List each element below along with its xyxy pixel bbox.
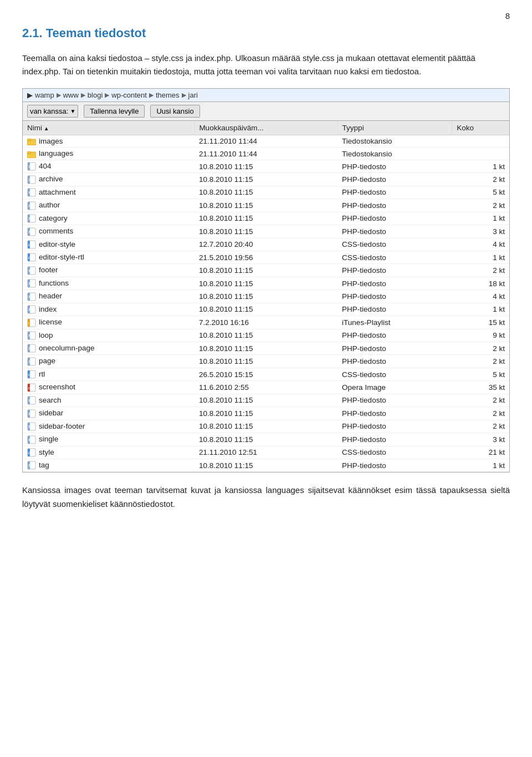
table-row[interactable]: C editor-style-rtl21.5.2010 19:56CSS-tie… (23, 251, 509, 263)
table-row[interactable]: images21.11.2010 11:44Tiedostokansio (23, 135, 509, 148)
file-date-cell: 10.8.2010 11:15 (195, 394, 337, 407)
file-type-cell: CSS-tiedosto (337, 368, 452, 380)
file-name-cell: C style (23, 446, 195, 459)
file-size-cell: 2 kt (452, 420, 509, 433)
new-folder-button[interactable]: Uusi kansio (150, 105, 200, 118)
table-row[interactable]: P index10.8.2010 11:15PHP-tiedosto1 kt (23, 303, 509, 316)
file-type-cell: PHP-tiedosto (337, 160, 452, 172)
file-date-cell: 21.11.2010 11:44 (195, 135, 337, 148)
file-name-cell: P index (23, 303, 195, 316)
file-name: license (39, 318, 62, 326)
file-date-cell: 10.8.2010 11:15 (195, 199, 337, 212)
file-size-cell: 2 kt (452, 394, 509, 407)
file-date-cell: 10.8.2010 11:15 (195, 433, 337, 446)
breadcrumb-item-wpcontent[interactable]: wp-content (111, 91, 147, 99)
file-name-cell: P functions (23, 277, 195, 289)
table-row[interactable]: C style21.11.2010 12:51CSS-tiedosto21 kt (23, 446, 509, 459)
svg-text:P: P (29, 438, 32, 442)
file-size-cell: 35 kt (452, 381, 509, 394)
table-header-row: Nimi Muokkauspäiväm... Tyyppi Koko (23, 121, 509, 135)
file-type-cell: CSS-tiedosto (337, 446, 452, 459)
table-row[interactable]: P sidebar10.8.2010 11:15PHP-tiedosto2 kt (23, 407, 509, 420)
table-row[interactable]: C editor-style12.7.2010 20:40CSS-tiedost… (23, 238, 509, 251)
file-name-cell: P single (23, 433, 195, 446)
sep1: ▶ (57, 92, 61, 99)
breadcrumb-item-themes[interactable]: themes (156, 91, 180, 99)
table-row[interactable]: P 40410.8.2010 11:15PHP-tiedosto1 kt (23, 160, 509, 172)
svg-text:P: P (29, 178, 32, 182)
svg-text:P: P (29, 217, 32, 221)
file-type-cell: PHP-tiedosto (337, 225, 452, 238)
svg-rect-2 (27, 139, 30, 140)
file-date-cell: 10.8.2010 11:15 (195, 420, 337, 433)
share-label: van kanssa: (30, 107, 68, 115)
svg-text:P: P (29, 347, 32, 350)
file-type-cell: PHP-tiedosto (337, 355, 452, 368)
table-row[interactable]: P footer10.8.2010 11:15PHP-tiedosto2 kt (23, 264, 509, 277)
table-row[interactable]: P header10.8.2010 11:15PHP-tiedosto4 kt (23, 290, 509, 303)
file-name: single (39, 435, 58, 443)
table-row[interactable]: O screenshot11.6.2010 2:55Opera Image35 … (23, 381, 509, 394)
footer-paragraph: Kansiossa images ovat teeman tarvitsemat… (22, 484, 510, 511)
breadcrumb-item-jari[interactable]: jari (188, 91, 198, 99)
table-row[interactable]: P author10.8.2010 11:15PHP-tiedosto2 kt (23, 199, 509, 212)
table-row[interactable]: P comments10.8.2010 11:15PHP-tiedosto3 k… (23, 225, 509, 238)
sep4: ▶ (149, 92, 154, 99)
table-row[interactable]: P search10.8.2010 11:15PHP-tiedosto2 kt (23, 394, 509, 407)
file-name: onecolumn-page (39, 344, 95, 352)
table-row[interactable]: P page10.8.2010 11:15PHP-tiedosto2 kt (23, 355, 509, 368)
file-name-cell: languages (23, 148, 195, 160)
file-explorer: ▶ wamp ▶ www ▶ blogi ▶ wp-content ▶ them… (22, 88, 510, 473)
table-row[interactable]: P single10.8.2010 11:15PHP-tiedosto3 kt (23, 433, 509, 446)
file-size-cell: 4 kt (452, 290, 509, 303)
file-size-cell: 5 kt (452, 368, 509, 380)
table-row[interactable]: P category10.8.2010 11:15PHP-tiedosto1 k… (23, 212, 509, 225)
save-button[interactable]: Tallenna levylle (84, 105, 145, 118)
file-size-cell (452, 148, 509, 160)
file-date-cell: 10.8.2010 11:15 (195, 264, 337, 277)
file-type-cell: PHP-tiedosto (337, 459, 452, 471)
svg-text:P: P (29, 425, 32, 429)
table-row[interactable]: P archive10.8.2010 11:15PHP-tiedosto2 kt (23, 173, 509, 186)
col-type[interactable]: Tyyppi (337, 121, 452, 135)
col-size[interactable]: Koko (452, 121, 509, 135)
breadcrumb-arrow: ▶ (27, 91, 33, 99)
svg-text:C: C (28, 373, 31, 377)
file-name-cell: P loop (23, 329, 195, 342)
sep5: ▶ (182, 92, 186, 99)
table-row[interactable]: P tag10.8.2010 11:15PHP-tiedosto1 kt (23, 459, 509, 471)
svg-text:P: P (29, 282, 32, 286)
file-size-cell: 1 kt (452, 160, 509, 172)
file-name: header (39, 292, 62, 300)
table-row[interactable]: P functions10.8.2010 11:15PHP-tiedosto18… (23, 277, 509, 289)
table-row[interactable]: C rtl26.5.2010 15:15CSS-tiedosto5 kt (23, 368, 509, 380)
breadcrumb-bar: ▶ wamp ▶ www ▶ blogi ▶ wp-content ▶ them… (23, 89, 509, 102)
share-button[interactable]: van kanssa: ▼ (27, 105, 78, 118)
svg-text:C: C (28, 256, 31, 260)
breadcrumb-item-www[interactable]: www (63, 91, 79, 99)
file-name: comments (39, 227, 73, 235)
file-name-cell: C rtl (23, 368, 195, 380)
breadcrumb-item-wamp[interactable]: wamp (35, 91, 54, 99)
file-size-cell: 2 kt (452, 264, 509, 277)
table-row[interactable]: P onecolumn-page10.8.2010 11:15PHP-tiedo… (23, 342, 509, 355)
file-size-cell: 3 kt (452, 433, 509, 446)
table-row[interactable]: P loop10.8.2010 11:15PHP-tiedosto9 kt (23, 329, 509, 342)
file-date-cell: 10.8.2010 11:15 (195, 186, 337, 199)
table-row[interactable]: i license7.2.2010 16:16iTunes-Playlist15… (23, 316, 509, 329)
file-date-cell: 10.8.2010 11:15 (195, 225, 337, 238)
breadcrumb-item-blogi[interactable]: blogi (88, 91, 103, 99)
file-name: screenshot (39, 383, 75, 391)
col-date[interactable]: Muokkauspäiväm... (195, 121, 337, 135)
file-size-cell: 15 kt (452, 316, 509, 329)
svg-text:P: P (29, 230, 32, 234)
file-name: page (39, 357, 55, 365)
table-row[interactable]: P sidebar-footer10.8.2010 11:15PHP-tiedo… (23, 420, 509, 433)
svg-text:O: O (28, 387, 31, 390)
file-date-cell: 10.8.2010 11:15 (195, 160, 337, 172)
table-row[interactable]: languages21.11.2010 11:44Tiedostokansio (23, 148, 509, 160)
table-row[interactable]: P attachment10.8.2010 11:15PHP-tiedosto5… (23, 186, 509, 199)
file-size-cell: 1 kt (452, 459, 509, 471)
col-name[interactable]: Nimi (23, 121, 195, 135)
file-type-cell: PHP-tiedosto (337, 342, 452, 355)
